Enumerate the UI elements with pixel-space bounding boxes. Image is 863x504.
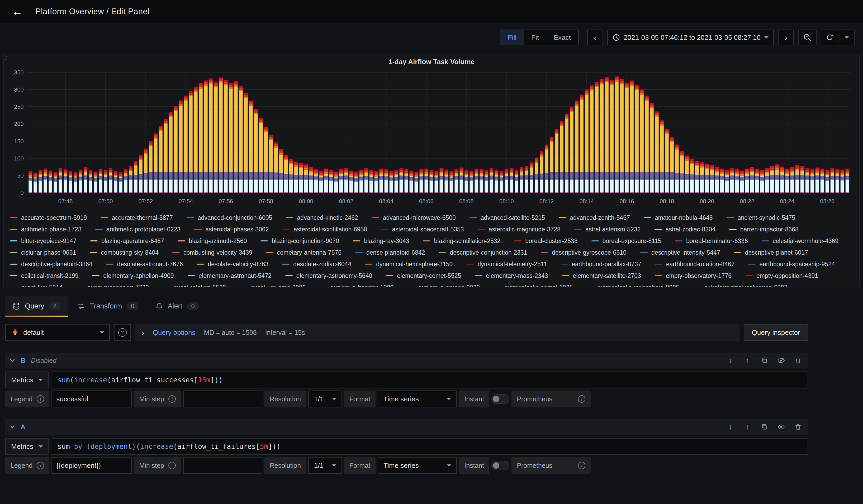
legend-item[interactable]: elementary-aphelion-4909 [92, 271, 174, 281]
datasource-help-button[interactable]: ? [114, 324, 131, 341]
delete-query-icon[interactable] [792, 421, 804, 433]
query-inspector-button[interactable]: Query inspector [744, 324, 808, 341]
legend-item[interactable]: elementary-comet-5525 [386, 271, 461, 281]
resolution-select[interactable]: 1/1 [308, 391, 342, 407]
panel-info-icon[interactable]: i [5, 55, 7, 61]
legend-item[interactable]: explosive-booster-1289 [320, 282, 394, 287]
legend-item[interactable]: earthbound-parallax-8737 [561, 259, 641, 269]
move-query-up-icon[interactable]: ↑ [742, 355, 753, 366]
resolution-select[interactable]: 1/1 [308, 457, 342, 474]
query-options-bar[interactable]: › Query options MD = auto = 1598 Interva… [135, 324, 739, 341]
legend-item[interactable]: earthbound-spaceship-9524 [748, 259, 835, 269]
eye-icon[interactable] [775, 421, 787, 433]
legend-item[interactable]: dynamical-hemisphere-3150 [365, 259, 453, 269]
legend-item[interactable]: astral-asterism-5232 [574, 224, 641, 234]
legend-item[interactable]: asteroidal-spacecraft-5353 [381, 224, 464, 234]
legend-item[interactable]: empty-observatory-1776 [655, 271, 731, 281]
legend-item[interactable]: barren-impactor-8668 [729, 224, 799, 234]
legend-item[interactable]: extragalactic-comet-1935 [493, 282, 573, 287]
format-select[interactable]: Time series [378, 391, 457, 407]
legend-item[interactable]: extraterrestrial-inclination-6887 [693, 282, 788, 287]
legend-format-input[interactable] [51, 457, 132, 474]
back-arrow-icon[interactable]: ← [8, 5, 27, 18]
format-select[interactable]: Time series [378, 457, 457, 474]
legend-item[interactable]: accurate-spectrum-5919 [10, 213, 87, 223]
tab-query[interactable]: Query 2 [5, 295, 68, 317]
legend-item[interactable]: elementary-astronomy-5640 [285, 271, 372, 281]
legend-item[interactable]: arithmetic-phase-1723 [10, 224, 82, 234]
legend-item[interactable]: advanced-conjunction-6005 [187, 213, 272, 223]
legend-item[interactable]: blazing-scintillation-2532 [423, 236, 500, 246]
duplicate-query-icon[interactable] [759, 421, 770, 433]
legend-item[interactable]: desolate-astronaut-7676 [106, 259, 183, 269]
legend-format-input[interactable] [51, 391, 132, 407]
datasource-picker[interactable]: default [5, 324, 110, 341]
legend-item[interactable]: elementary-mass-2343 [475, 271, 548, 281]
legend-item[interactable]: cometary-antenna-7576 [266, 248, 341, 257]
legend-item[interactable]: explosive-corona-9033 [408, 282, 480, 287]
tab-alert[interactable]: Alert 0 [148, 295, 206, 317]
collapse-chevron-icon[interactable] [10, 356, 15, 365]
query-header[interactable]: A ↓ ↑ [5, 419, 808, 435]
legend-item[interactable]: astral-zodiac-8204 [654, 224, 715, 234]
display-mode-fit[interactable]: Fit [524, 30, 546, 45]
legend-item[interactable]: advanced-zenith-5467 [559, 213, 630, 223]
legend-item[interactable]: celestial-wormhole-4369 [762, 236, 838, 246]
legend-item[interactable]: elementary-satellite-2703 [562, 271, 641, 281]
legend-item[interactable]: ecliptical-transit-2199 [10, 271, 78, 281]
legend-item[interactable]: cislunar-phase-0661 [10, 248, 76, 257]
legend-item[interactable]: blazing-azimuth-2560 [178, 236, 247, 246]
promql-input[interactable]: sum by (deployment)(increase(airflow_ti_… [52, 438, 808, 455]
legend-item[interactable]: blazing-ray-3043 [353, 236, 409, 246]
legend-item[interactable]: empty-opposition-4391 [745, 271, 818, 281]
chart-plot[interactable]: 05010015020025030035007:4807:5007:5207:5… [10, 67, 853, 211]
metrics-dropdown[interactable]: Metrics [5, 371, 49, 388]
legend-item[interactable]: combusting-sky-8404 [90, 248, 159, 257]
legend-item[interactable]: accurate-thermal-3877 [101, 213, 173, 223]
legend-item[interactable]: desolate-velocity-8763 [197, 259, 268, 269]
legend-item[interactable]: descriptive-gyroscope-6510 [541, 248, 627, 257]
legend-item[interactable]: arithmetic-protoplanet-0223 [95, 224, 180, 234]
move-query-down-icon[interactable]: ↓ [725, 421, 736, 433]
move-query-up-icon[interactable]: ↑ [742, 421, 753, 433]
legend-item[interactable]: exact-flux-5814 [10, 282, 63, 287]
legend-item[interactable]: exact-rotation-6538 [163, 282, 226, 287]
legend-item[interactable]: boreal-cluster-2538 [514, 236, 577, 246]
refresh-button[interactable] [821, 29, 838, 46]
legend-item[interactable]: asteroidic-magnitude-3728 [478, 224, 561, 234]
move-query-down-icon[interactable]: ↓ [725, 355, 736, 366]
refresh-interval-dropdown[interactable] [839, 29, 854, 46]
metrics-dropdown[interactable]: Metrics [5, 438, 49, 455]
display-mode-exact[interactable]: Exact [546, 30, 578, 45]
time-shift-forward-button[interactable]: › [778, 29, 794, 46]
time-range-picker[interactable]: 2021-03-05 07:46:12 to 2021-03-05 08:27:… [607, 29, 774, 46]
legend-item[interactable]: blazing-aperature-6467 [90, 236, 164, 246]
legend-item[interactable]: boreal-terminator-6336 [675, 236, 748, 246]
min-step-input[interactable] [183, 391, 262, 407]
instant-toggle[interactable] [491, 461, 509, 470]
legend-item[interactable]: exact-universe-2986 [240, 282, 305, 287]
legend-item[interactable]: advanced-kinetic-2462 [286, 213, 358, 223]
zoom-out-button[interactable] [798, 29, 816, 46]
promql-input[interactable]: sum(increase(airflow_ti_successes[15m])) [52, 371, 808, 388]
legend-item[interactable]: descriptive-conjunction-2331 [439, 248, 527, 257]
legend-item[interactable]: amateur-nebula-4648 [644, 213, 713, 223]
min-step-input[interactable] [183, 457, 262, 474]
legend-item[interactable]: extragalactic-ionosphere-8905 [587, 282, 679, 287]
legend-item[interactable]: combusting-velocity-3439 [172, 248, 252, 257]
legend-item[interactable]: desolate-zodiac-6044 [282, 259, 351, 269]
legend-item[interactable]: asteroidal-scintillation-6950 [283, 224, 367, 234]
legend-item[interactable]: advanced-satellite-5215 [470, 213, 545, 223]
time-shift-back-button[interactable]: ‹ [587, 29, 603, 46]
legend-item[interactable]: blazing-conjunction-9070 [261, 236, 339, 246]
legend-item[interactable]: earthbound-rotation-8467 [655, 259, 735, 269]
legend-item[interactable]: ancient-synodic-5475 [727, 213, 796, 223]
legend-item[interactable]: asteroidal-phases-3062 [194, 224, 269, 234]
eye-slash-icon[interactable] [775, 355, 787, 366]
legend-item[interactable]: descriptive-planetoid-3864 [10, 259, 92, 269]
instant-toggle[interactable] [491, 394, 509, 404]
duplicate-query-icon[interactable] [759, 355, 770, 366]
legend-item[interactable]: exact-precession-7722 [76, 282, 149, 287]
legend-item[interactable]: dense-planetoid-6842 [355, 248, 425, 257]
delete-query-icon[interactable] [792, 355, 804, 366]
